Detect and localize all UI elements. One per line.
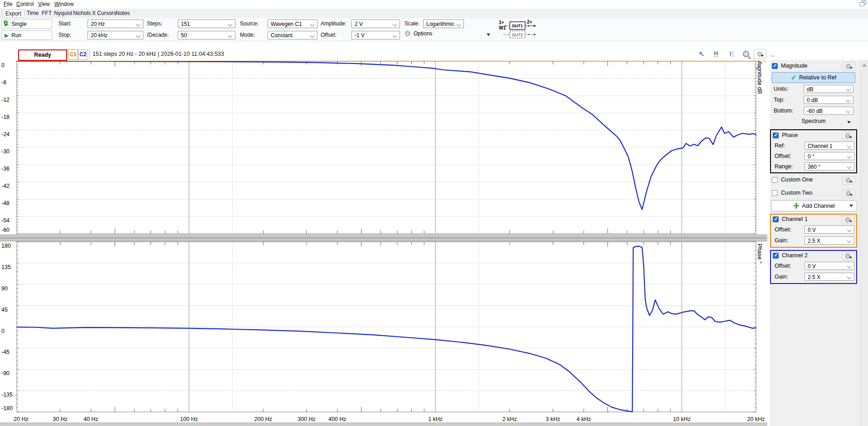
svg-text:-54: -54 [1, 217, 10, 224]
add-channel-button[interactable]: Add Channel [771, 200, 857, 211]
select-icon[interactable]: ↖ [697, 49, 707, 59]
source-label: Source: [240, 20, 258, 27]
wavegen-offset-select[interactable]: -1 V [351, 31, 400, 39]
bottom-select[interactable]: -60 dB [804, 107, 853, 115]
zoom-icon[interactable] [741, 49, 751, 59]
phase-checkbox[interactable] [773, 132, 779, 138]
vertical-ruler-icon[interactable]: I [727, 49, 736, 59]
custom-two-checkbox[interactable] [772, 190, 778, 196]
amplitude-label: Amplitude: [321, 20, 346, 27]
custom-two-row: Custom Two [770, 189, 857, 198]
svg-text:200 Hz: 200 Hz [254, 416, 273, 422]
svg-text:-36: -36 [1, 166, 10, 172]
plot-settings-button[interactable] [754, 49, 766, 59]
phase-offset-label: Offset: [775, 153, 791, 159]
custom-one-settings-button[interactable] [842, 176, 855, 185]
chevron-down-icon [136, 22, 141, 27]
menu-file[interactable]: File [4, 1, 12, 7]
channel1-gain-select[interactable]: 2.5 X [805, 236, 854, 245]
chevron-down-icon [846, 109, 851, 113]
custom-one-checkbox[interactable] [772, 177, 778, 183]
svg-text:180: 180 [1, 243, 11, 249]
custom-two-settings-button[interactable] [842, 189, 855, 198]
menubar: File Control View Window [0, 0, 868, 9]
svg-text:4 kHz: 4 kHz [576, 416, 591, 422]
restore-window-icon[interactable] [859, 0, 866, 6]
phase-offset-select[interactable]: 0 ° [805, 152, 854, 160]
channel2-settings-button[interactable] [842, 252, 855, 260]
amplitude-select[interactable]: 2 V [351, 20, 400, 28]
units-select[interactable]: dB [804, 85, 853, 93]
svg-text:20 Hz: 20 Hz [14, 416, 29, 422]
options-dropdown-icon[interactable] [487, 34, 490, 36]
chevron-down-icon [847, 228, 852, 232]
svg-text:2+: 2+ [527, 20, 532, 24]
channel1-checkbox[interactable] [773, 216, 779, 222]
channel2-gain-select[interactable]: 2.5 X [805, 273, 854, 281]
svg-text:-24: -24 [1, 131, 10, 137]
top-select[interactable]: 0 dB [804, 96, 853, 104]
per-decade-select[interactable]: 50 [178, 31, 235, 39]
channel2-offset-label: Offset: [775, 263, 791, 269]
spectrum-expander[interactable]: Spectrum [770, 118, 857, 124]
channel1-offset-select[interactable]: 0 V [805, 225, 854, 234]
steps-select[interactable]: 151 [178, 20, 235, 28]
svg-text:0: 0 [1, 62, 5, 69]
dropdown-icon [850, 67, 853, 69]
run-button[interactable]: ▶ Run [1, 30, 52, 40]
phase-settings-button[interactable] [842, 132, 855, 140]
horizontal-ruler-icon[interactable]: H [711, 49, 721, 59]
svg-text:20 kHz: 20 kHz [747, 416, 765, 422]
channel1-title: Channel 1 [782, 216, 808, 222]
scale-select[interactable]: Logarithmic [423, 20, 464, 28]
dropdown-icon [849, 205, 853, 207]
chevron-down-icon [846, 98, 851, 103]
menu-view[interactable]: View [38, 1, 50, 7]
phase-title: Phase [782, 132, 798, 138]
chevron-down-icon [847, 154, 852, 159]
custom-one-row: Custom One [770, 176, 857, 185]
gear-icon [405, 30, 411, 37]
channel1-offset-label: Offset: [775, 226, 791, 233]
mode-select[interactable]: Constant [268, 31, 317, 39]
options-button[interactable]: Options [405, 30, 432, 37]
single-button[interactable]: ▶ 1 Single [1, 19, 52, 29]
svg-text:DUT1: DUT1 [512, 24, 523, 28]
chevron-down-icon [310, 34, 315, 38]
magnitude-settings-button[interactable] [842, 62, 855, 71]
svg-text:-6: -6 [1, 79, 6, 86]
panel-expand-icon[interactable]: → [768, 51, 775, 59]
svg-text:DUT2: DUT2 [512, 33, 523, 37]
range-select[interactable]: 360 ° [805, 162, 854, 171]
menu-control[interactable]: Control [16, 1, 34, 7]
channel2-offset-select[interactable]: 0 V [805, 262, 854, 270]
chevron-down-icon [457, 22, 461, 27]
panel-scrollbar[interactable] [860, 60, 868, 426]
stop-select[interactable]: 20 kHz [88, 31, 143, 39]
check-icon: ✓ [791, 73, 797, 82]
svg-text:1 kHz: 1 kHz [428, 416, 443, 422]
relative-to-ref-button[interactable]: ✓ Relative to Ref [772, 72, 855, 83]
source-select[interactable]: Wavegen C1 [268, 20, 317, 28]
sweep-info-text: 151 steps 20 Hz - 20 kHz | 2026-01-10 11… [93, 51, 224, 57]
svg-text:-135: -135 [1, 392, 13, 398]
ref-label: Ref: [775, 142, 785, 149]
svg-text:-180: -180 [1, 405, 13, 411]
magnitude-checkbox[interactable] [772, 63, 778, 69]
channel1-settings-button[interactable] [842, 215, 855, 224]
channel1-badge[interactable]: C1 [68, 49, 78, 60]
channel2-checkbox[interactable] [773, 253, 779, 259]
scroll-up-icon[interactable] [862, 64, 867, 67]
bode-plot-area[interactable]: 0-6-12-18-24-30-36-42-48-54-601801359045… [0, 41, 774, 426]
range-label: Range: [775, 163, 793, 170]
tab-notes[interactable]: Notes [113, 10, 132, 17]
ref-select[interactable]: Channel 1 [805, 142, 854, 150]
mode-label: Mode: [240, 32, 255, 38]
channel2-badge[interactable]: C2 [78, 49, 88, 60]
plot-statusbar: Ready C1 C2 151 steps 20 Hz - 20 kHz | 2… [0, 49, 767, 61]
acquisition-toolbar: ▶ 1 Single Start: 20 Hz Steps: 151 Sourc… [0, 18, 868, 41]
start-select[interactable]: 20 Hz [88, 20, 143, 28]
menu-window[interactable]: Window [54, 1, 74, 7]
tab-export[interactable]: Export [2, 10, 24, 18]
svg-text:40 Hz: 40 Hz [83, 416, 98, 422]
